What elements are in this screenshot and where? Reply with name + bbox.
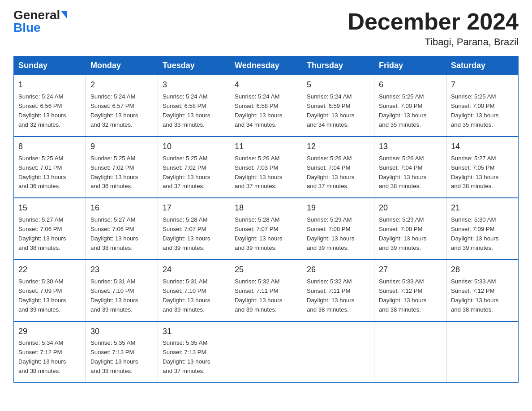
- logo-blue-text: Blue: [13, 21, 41, 34]
- day-info: Sunrise: 5:29 AMSunset: 7:08 PMDaylight:…: [307, 216, 354, 251]
- day-info: Sunrise: 5:29 AMSunset: 7:08 PMDaylight:…: [379, 216, 426, 251]
- calendar-cell: 30Sunrise: 5:35 AMSunset: 7:13 PMDayligh…: [86, 321, 158, 383]
- day-number: 6: [379, 79, 442, 91]
- calendar-cell: 1Sunrise: 5:24 AMSunset: 6:56 PMDaylight…: [14, 75, 86, 137]
- day-info: Sunrise: 5:30 AMSunset: 7:09 PMDaylight:…: [451, 216, 498, 251]
- calendar-cell: 23Sunrise: 5:31 AMSunset: 7:10 PMDayligh…: [86, 260, 158, 321]
- day-number: 29: [18, 325, 81, 338]
- day-number: 28: [451, 264, 514, 276]
- day-number: 1: [18, 79, 81, 91]
- day-number: 19: [307, 202, 369, 214]
- logo-general-text: General: [13, 9, 60, 21]
- page-header: General Blue December 2024 Tibagi, Paran…: [13, 9, 519, 48]
- header-sunday: Sunday: [14, 56, 86, 75]
- day-number: 8: [18, 141, 81, 153]
- calendar-week-row: 22Sunrise: 5:30 AMSunset: 7:09 PMDayligh…: [14, 260, 519, 321]
- calendar-cell: 28Sunrise: 5:33 AMSunset: 7:12 PMDayligh…: [446, 260, 519, 321]
- calendar-cell: [374, 321, 446, 383]
- day-number: 2: [90, 79, 153, 91]
- calendar-cell: 4Sunrise: 5:24 AMSunset: 6:58 PMDaylight…: [230, 75, 302, 137]
- day-number: 3: [163, 79, 225, 91]
- location-title: Tibagi, Parana, Brazil: [348, 36, 519, 48]
- header-friday: Friday: [374, 56, 446, 75]
- calendar-cell: 2Sunrise: 5:24 AMSunset: 6:57 PMDaylight…: [86, 75, 158, 137]
- day-number: 27: [379, 264, 442, 276]
- calendar-cell: 7Sunrise: 5:25 AMSunset: 7:00 PMDaylight…: [446, 75, 519, 137]
- day-number: 7: [451, 79, 514, 91]
- header-wednesday: Wednesday: [230, 56, 302, 75]
- day-info: Sunrise: 5:35 AMSunset: 7:13 PMDaylight:…: [163, 339, 210, 374]
- day-number: 26: [307, 264, 369, 276]
- day-info: Sunrise: 5:31 AMSunset: 7:10 PMDaylight:…: [163, 278, 210, 313]
- day-info: Sunrise: 5:24 AMSunset: 6:56 PMDaylight:…: [18, 93, 66, 128]
- day-number: 22: [18, 264, 81, 276]
- calendar-cell: 25Sunrise: 5:32 AMSunset: 7:11 PMDayligh…: [230, 260, 302, 321]
- day-number: 31: [163, 325, 225, 338]
- day-info: Sunrise: 5:24 AMSunset: 6:58 PMDaylight:…: [235, 93, 282, 128]
- calendar-cell: 15Sunrise: 5:27 AMSunset: 7:06 PMDayligh…: [14, 198, 86, 260]
- calendar-week-row: 29Sunrise: 5:34 AMSunset: 7:12 PMDayligh…: [14, 321, 519, 383]
- day-number: 18: [235, 202, 297, 214]
- day-info: Sunrise: 5:31 AMSunset: 7:10 PMDaylight:…: [90, 278, 138, 313]
- day-info: Sunrise: 5:24 AMSunset: 6:59 PMDaylight:…: [307, 93, 354, 128]
- day-info: Sunrise: 5:28 AMSunset: 7:07 PMDaylight:…: [235, 216, 282, 251]
- calendar-cell: 11Sunrise: 5:26 AMSunset: 7:03 PMDayligh…: [230, 137, 302, 198]
- calendar-cell: 24Sunrise: 5:31 AMSunset: 7:10 PMDayligh…: [158, 260, 230, 321]
- day-number: 21: [451, 202, 514, 214]
- day-info: Sunrise: 5:25 AMSunset: 7:01 PMDaylight:…: [18, 155, 66, 190]
- day-info: Sunrise: 5:35 AMSunset: 7:13 PMDaylight:…: [90, 339, 138, 374]
- calendar-cell: [446, 321, 519, 383]
- day-info: Sunrise: 5:24 AMSunset: 6:57 PMDaylight:…: [90, 93, 138, 128]
- day-info: Sunrise: 5:32 AMSunset: 7:11 PMDaylight:…: [235, 278, 282, 313]
- day-number: 11: [235, 141, 297, 153]
- day-number: 23: [90, 264, 153, 276]
- day-number: 12: [307, 141, 369, 153]
- day-number: 15: [18, 202, 81, 214]
- calendar-cell: 29Sunrise: 5:34 AMSunset: 7:12 PMDayligh…: [14, 321, 86, 383]
- day-info: Sunrise: 5:32 AMSunset: 7:11 PMDaylight:…: [307, 278, 354, 313]
- day-number: 9: [90, 141, 153, 153]
- day-info: Sunrise: 5:34 AMSunset: 7:12 PMDaylight:…: [18, 339, 66, 374]
- header-thursday: Thursday: [302, 56, 374, 75]
- day-number: 5: [307, 79, 369, 91]
- day-info: Sunrise: 5:26 AMSunset: 7:03 PMDaylight:…: [235, 155, 282, 190]
- day-info: Sunrise: 5:33 AMSunset: 7:12 PMDaylight:…: [379, 278, 426, 313]
- day-info: Sunrise: 5:26 AMSunset: 7:04 PMDaylight:…: [307, 155, 354, 190]
- day-info: Sunrise: 5:25 AMSunset: 7:02 PMDaylight:…: [163, 155, 210, 190]
- calendar-table: SundayMondayTuesdayWednesdayThursdayFrid…: [13, 56, 519, 383]
- calendar-cell: 13Sunrise: 5:26 AMSunset: 7:04 PMDayligh…: [374, 137, 446, 198]
- day-number: 24: [163, 264, 225, 276]
- calendar-cell: 19Sunrise: 5:29 AMSunset: 7:08 PMDayligh…: [302, 198, 374, 260]
- calendar-week-row: 1Sunrise: 5:24 AMSunset: 6:56 PMDaylight…: [14, 75, 519, 137]
- day-info: Sunrise: 5:30 AMSunset: 7:09 PMDaylight:…: [18, 278, 66, 313]
- calendar-cell: 9Sunrise: 5:25 AMSunset: 7:02 PMDaylight…: [86, 137, 158, 198]
- day-info: Sunrise: 5:27 AMSunset: 7:06 PMDaylight:…: [90, 216, 138, 251]
- calendar-cell: 31Sunrise: 5:35 AMSunset: 7:13 PMDayligh…: [158, 321, 230, 383]
- calendar-cell: 12Sunrise: 5:26 AMSunset: 7:04 PMDayligh…: [302, 137, 374, 198]
- day-number: 20: [379, 202, 442, 214]
- calendar-cell: [230, 321, 302, 383]
- calendar-cell: 14Sunrise: 5:27 AMSunset: 7:05 PMDayligh…: [446, 137, 519, 198]
- calendar-cell: 10Sunrise: 5:25 AMSunset: 7:02 PMDayligh…: [158, 137, 230, 198]
- calendar-cell: 27Sunrise: 5:33 AMSunset: 7:12 PMDayligh…: [374, 260, 446, 321]
- day-number: 16: [90, 202, 153, 214]
- day-number: 13: [379, 141, 442, 153]
- month-title: December 2024: [348, 9, 519, 34]
- day-number: 10: [163, 141, 225, 153]
- day-info: Sunrise: 5:27 AMSunset: 7:05 PMDaylight:…: [451, 155, 498, 190]
- calendar-cell: 8Sunrise: 5:25 AMSunset: 7:01 PMDaylight…: [14, 137, 86, 198]
- calendar-cell: 18Sunrise: 5:28 AMSunset: 7:07 PMDayligh…: [230, 198, 302, 260]
- calendar-cell: 20Sunrise: 5:29 AMSunset: 7:08 PMDayligh…: [374, 198, 446, 260]
- logo: General Blue: [13, 9, 67, 34]
- header-monday: Monday: [86, 56, 158, 75]
- title-area: December 2024 Tibagi, Parana, Brazil: [348, 9, 519, 48]
- calendar-cell: 17Sunrise: 5:28 AMSunset: 7:07 PMDayligh…: [158, 198, 230, 260]
- header-saturday: Saturday: [446, 56, 519, 75]
- day-number: 4: [235, 79, 297, 91]
- calendar-cell: 16Sunrise: 5:27 AMSunset: 7:06 PMDayligh…: [86, 198, 158, 260]
- calendar-cell: 22Sunrise: 5:30 AMSunset: 7:09 PMDayligh…: [14, 260, 86, 321]
- day-info: Sunrise: 5:25 AMSunset: 7:00 PMDaylight:…: [379, 93, 426, 128]
- calendar-header-row: SundayMondayTuesdayWednesdayThursdayFrid…: [14, 56, 519, 75]
- day-info: Sunrise: 5:26 AMSunset: 7:04 PMDaylight:…: [379, 155, 426, 190]
- calendar-week-row: 8Sunrise: 5:25 AMSunset: 7:01 PMDaylight…: [14, 137, 519, 198]
